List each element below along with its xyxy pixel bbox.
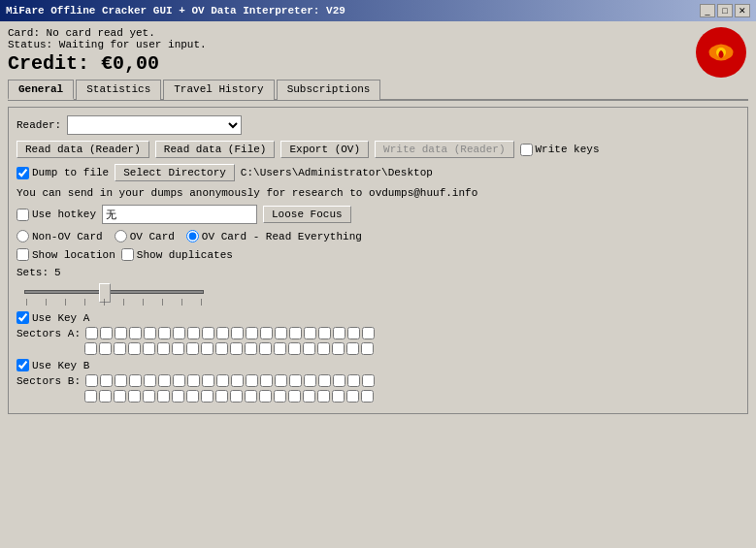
ov-read-all-radio[interactable] xyxy=(186,230,199,242)
sector-a-1-11[interactable] xyxy=(245,342,257,355)
sector-a-0-10[interactable] xyxy=(231,327,244,339)
sector-a-0-4[interactable] xyxy=(144,327,156,339)
sector-a-0-8[interactable] xyxy=(202,327,214,339)
tab-travel-history[interactable]: Travel History xyxy=(163,80,274,100)
ov-read-all-label[interactable]: OV Card - Read Everything xyxy=(186,230,362,242)
sector-a-1-12[interactable] xyxy=(259,342,272,355)
sector-b-1-13[interactable] xyxy=(274,390,286,403)
write-keys-label[interactable]: Write keys xyxy=(520,144,600,156)
ov-radio[interactable] xyxy=(115,230,127,242)
sector-b-1-9[interactable] xyxy=(215,390,228,403)
sector-b-1-18[interactable] xyxy=(346,390,359,403)
sector-a-0-17[interactable] xyxy=(333,327,345,339)
sector-a-0-19[interactable] xyxy=(362,327,375,339)
sector-a-1-8[interactable] xyxy=(201,342,214,355)
sector-a-1-1[interactable] xyxy=(99,342,112,355)
sector-a-0-1[interactable] xyxy=(100,327,113,339)
sector-b-0-11[interactable] xyxy=(246,374,258,387)
window-controls[interactable]: _ □ ✕ xyxy=(700,4,750,17)
sector-b-1-1[interactable] xyxy=(99,390,112,403)
sector-a-0-11[interactable] xyxy=(246,327,258,339)
sector-a-1-2[interactable] xyxy=(114,342,126,355)
sector-b-0-18[interactable] xyxy=(347,374,360,387)
sector-a-1-5[interactable] xyxy=(157,342,170,355)
sector-b-1-15[interactable] xyxy=(303,390,315,403)
dump-to-file-label[interactable]: Dump to file xyxy=(16,167,109,179)
sector-b-0-4[interactable] xyxy=(144,374,156,387)
sector-a-0-6[interactable] xyxy=(173,327,185,339)
sector-a-0-5[interactable] xyxy=(158,327,171,339)
sector-b-0-7[interactable] xyxy=(187,374,200,387)
tab-subscriptions[interactable]: Subscriptions xyxy=(277,80,381,100)
sector-b-1-6[interactable] xyxy=(172,390,184,403)
sector-b-0-1[interactable] xyxy=(100,374,113,387)
loose-focus-button[interactable]: Loose Focus xyxy=(263,206,351,223)
sector-a-1-0[interactable] xyxy=(84,342,97,355)
sector-a-0-0[interactable] xyxy=(85,327,98,339)
sector-b-1-7[interactable] xyxy=(186,390,199,403)
sector-a-0-12[interactable] xyxy=(260,327,273,339)
sector-b-1-8[interactable] xyxy=(201,390,214,403)
use-key-a-checkbox[interactable] xyxy=(16,311,29,324)
use-key-b-checkbox[interactable] xyxy=(16,359,29,371)
sector-b-0-2[interactable] xyxy=(115,374,127,387)
sector-b-0-3[interactable] xyxy=(129,374,142,387)
non-ov-radio[interactable] xyxy=(16,230,29,242)
sector-a-0-15[interactable] xyxy=(304,327,316,339)
sector-b-1-2[interactable] xyxy=(114,390,126,403)
sector-b-0-6[interactable] xyxy=(173,374,185,387)
sector-a-1-9[interactable] xyxy=(215,342,228,355)
sector-b-0-17[interactable] xyxy=(333,374,345,387)
sector-b-1-0[interactable] xyxy=(84,390,97,403)
sector-a-1-7[interactable] xyxy=(186,342,199,355)
write-keys-checkbox[interactable] xyxy=(520,144,533,156)
reader-select[interactable] xyxy=(67,115,242,135)
sector-a-1-4[interactable] xyxy=(143,342,155,355)
close-button[interactable]: ✕ xyxy=(735,4,750,17)
use-hotkey-checkbox[interactable] xyxy=(16,209,29,221)
sector-b-1-16[interactable] xyxy=(317,390,330,403)
sector-a-1-14[interactable] xyxy=(288,342,301,355)
sector-b-0-14[interactable] xyxy=(289,374,302,387)
non-ov-label[interactable]: Non-OV Card xyxy=(16,230,103,242)
read-file-button[interactable]: Read data (File) xyxy=(155,141,276,158)
sector-a-0-7[interactable] xyxy=(187,327,200,339)
sector-b-0-0[interactable] xyxy=(85,374,98,387)
sector-b-1-11[interactable] xyxy=(245,390,257,403)
use-key-b-label[interactable]: Use Key B xyxy=(16,359,89,371)
sector-a-1-15[interactable] xyxy=(303,342,315,355)
sector-b-1-17[interactable] xyxy=(332,390,345,403)
sector-b-1-19[interactable] xyxy=(361,390,374,403)
sector-a-0-9[interactable] xyxy=(216,327,229,339)
write-reader-button[interactable]: Write data (Reader) xyxy=(375,141,513,158)
sector-b-0-13[interactable] xyxy=(275,374,287,387)
maximize-button[interactable]: □ xyxy=(717,4,733,17)
tab-general[interactable]: General xyxy=(8,80,74,100)
show-location-label[interactable]: Show location xyxy=(16,248,115,261)
sector-a-0-16[interactable] xyxy=(318,327,331,339)
dump-to-file-checkbox[interactable] xyxy=(16,167,29,179)
sector-b-1-4[interactable] xyxy=(143,390,155,403)
sector-b-0-19[interactable] xyxy=(362,374,375,387)
hotkey-input[interactable]: 无 xyxy=(102,205,257,224)
minimize-button[interactable]: _ xyxy=(700,4,715,17)
sector-a-0-14[interactable] xyxy=(289,327,302,339)
sector-b-0-8[interactable] xyxy=(202,374,214,387)
ov-label[interactable]: OV Card xyxy=(115,230,175,242)
sector-a-1-10[interactable] xyxy=(230,342,243,355)
sector-b-0-15[interactable] xyxy=(304,374,316,387)
sector-b-1-14[interactable] xyxy=(288,390,301,403)
sector-b-0-12[interactable] xyxy=(260,374,273,387)
use-hotkey-label[interactable]: Use hotkey xyxy=(16,209,96,221)
sector-a-1-19[interactable] xyxy=(361,342,374,355)
show-duplicates-checkbox[interactable] xyxy=(121,248,134,261)
sector-b-1-5[interactable] xyxy=(157,390,170,403)
sector-b-0-16[interactable] xyxy=(318,374,331,387)
sector-b-0-5[interactable] xyxy=(158,374,171,387)
sector-a-1-6[interactable] xyxy=(172,342,184,355)
sector-a-1-18[interactable] xyxy=(346,342,359,355)
sector-a-1-17[interactable] xyxy=(332,342,345,355)
sector-a-0-13[interactable] xyxy=(275,327,287,339)
sector-b-1-12[interactable] xyxy=(259,390,272,403)
read-reader-button[interactable]: Read data (Reader) xyxy=(16,141,149,158)
